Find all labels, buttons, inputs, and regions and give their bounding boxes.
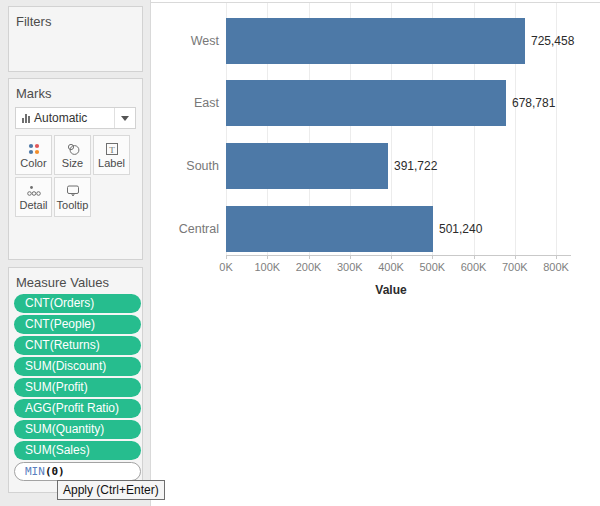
x-tick-label: 500K — [410, 261, 454, 273]
measure-values-title: Measure Values — [9, 268, 142, 290]
label-button-label: Label — [98, 157, 125, 169]
apply-tooltip-text: Apply (Ctrl+Enter) — [63, 483, 159, 497]
bar[interactable] — [226, 80, 506, 126]
measure-pill[interactable]: CNT(Returns) — [14, 336, 141, 355]
bar[interactable] — [226, 206, 433, 252]
measure-values-card: Measure Values CNT(Orders)CNT(People)CNT… — [8, 267, 143, 493]
label-icon: T — [104, 142, 120, 156]
svg-text:T: T — [109, 144, 115, 154]
value-label: 678,781 — [512, 80, 555, 126]
detail-button-label: Detail — [19, 199, 47, 211]
category-label: East — [151, 80, 219, 126]
filters-shelf[interactable]: Filters — [8, 6, 143, 72]
mark-type-dropdown[interactable]: Automatic — [15, 107, 136, 129]
mark-type-value: Automatic — [30, 111, 114, 125]
value-label: 391,722 — [394, 143, 437, 189]
x-tick-label: 400K — [369, 261, 413, 273]
pill-aggregation-text: MIN — [25, 465, 45, 478]
marks-card-title: Marks — [9, 79, 142, 101]
chart-area[interactable]: Value 0K100K200K300K400K500K600K700K800K… — [150, 0, 600, 506]
category-label: South — [151, 143, 219, 189]
size-icon — [65, 142, 81, 156]
tooltip-button-label: Tooltip — [57, 199, 89, 211]
measure-pills: CNT(Orders)CNT(People)CNT(Returns)SUM(Di… — [14, 294, 141, 462]
tooltip-button[interactable]: Tooltip — [54, 177, 91, 217]
size-button-label: Size — [62, 157, 83, 169]
bar[interactable] — [226, 143, 388, 189]
color-button-label: Color — [20, 157, 46, 169]
x-axis-title: Value — [226, 283, 556, 297]
x-axis-line — [226, 255, 571, 256]
bar[interactable] — [226, 18, 525, 64]
measure-pill[interactable]: CNT(People) — [14, 315, 141, 334]
detail-button[interactable]: Detail — [15, 177, 52, 217]
measure-pill[interactable]: SUM(Profit) — [14, 378, 141, 397]
measure-pill[interactable]: SUM(Sales) — [14, 441, 141, 460]
x-tick-label: 700K — [493, 261, 537, 273]
x-tick-label: 300K — [328, 261, 372, 273]
x-tick-label: 0K — [204, 261, 248, 273]
value-label: 725,458 — [531, 18, 574, 64]
size-button[interactable]: Size — [54, 135, 91, 175]
mark-type-dropdown-arrow[interactable] — [114, 108, 135, 128]
category-label: West — [151, 18, 219, 64]
bar-chart-icon — [22, 113, 30, 123]
color-button[interactable]: Color — [15, 135, 52, 175]
label-button[interactable]: T Label — [93, 135, 130, 175]
x-tick-label: 200K — [287, 261, 331, 273]
x-tick-label: 600K — [452, 261, 496, 273]
measure-pill[interactable]: CNT(Orders) — [14, 294, 141, 313]
x-tick-label: 800K — [534, 261, 578, 273]
filters-shelf-title: Filters — [9, 7, 142, 29]
pill-argument-text: (0) — [45, 465, 65, 478]
color-icon — [26, 142, 42, 156]
measure-pill[interactable]: SUM(Quantity) — [14, 420, 141, 439]
measure-pill-editing[interactable]: MIN(0) — [14, 462, 141, 481]
measure-pill[interactable]: AGG(Profit Ratio) — [14, 399, 141, 418]
category-label: Central — [151, 206, 219, 252]
tooltip-icon — [65, 184, 81, 198]
apply-tooltip: Apply (Ctrl+Enter) — [57, 480, 165, 500]
detail-icon — [26, 184, 42, 198]
value-label: 501,240 — [439, 206, 482, 252]
marks-buttons: Color Size T Label — [15, 135, 134, 217]
measure-pill[interactable]: SUM(Discount) — [14, 357, 141, 376]
x-tick-label: 100K — [245, 261, 289, 273]
marks-card: Marks Automatic Color Siz — [8, 78, 143, 260]
sidebar: Filters Marks Automatic Color — [0, 0, 150, 506]
caret-down-icon — [121, 116, 129, 121]
chart-top-border — [151, 2, 600, 3]
